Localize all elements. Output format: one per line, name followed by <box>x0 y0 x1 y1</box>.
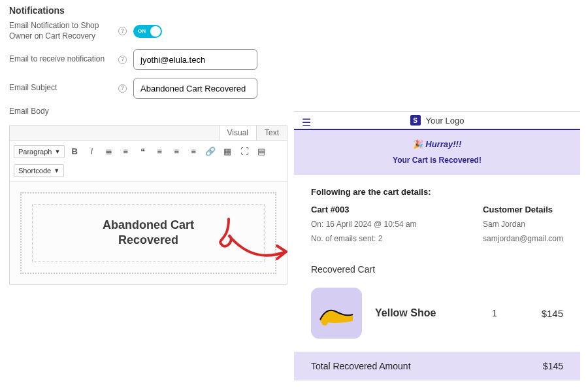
logo-icon: S <box>410 115 421 126</box>
section-title: Notifications <box>9 5 287 16</box>
subject-field-label: Email Subject ? <box>9 83 133 93</box>
link-icon[interactable]: 🔗 <box>203 144 218 159</box>
total-label: Total Recovered Amount <box>311 361 411 371</box>
arrow-icon <box>209 216 301 275</box>
total-value: $145 <box>543 361 563 371</box>
bullet-list-icon[interactable]: ≣ <box>101 144 116 159</box>
more-icon[interactable]: ▤ <box>254 144 269 159</box>
align-center-icon[interactable]: ≡ <box>169 144 184 159</box>
body-field-label: Email Body <box>9 107 133 117</box>
email-preview: ☰ S Your Logo 🎉 Hurray!!! Your Cart is R… <box>294 111 580 380</box>
recovered-cart-header: Recovered Cart <box>311 264 563 275</box>
email-field-label: Email to receive notification ? <box>9 54 133 65</box>
tab-text[interactable]: Text <box>256 126 287 140</box>
customer-name: Sam Jordan <box>483 220 563 229</box>
help-icon[interactable]: ? <box>118 56 127 64</box>
product-price: $145 <box>517 308 563 319</box>
product-qty: 1 <box>485 308 504 318</box>
following-text: Following are the cart details: <box>311 187 563 197</box>
order-date: On: 16 April 2024 @ 10:54 am <box>311 220 417 229</box>
bold-icon[interactable]: B <box>67 144 82 159</box>
svg-point-0 <box>321 319 328 326</box>
align-left-icon[interactable]: ≡ <box>152 144 167 159</box>
customer-email: samjordan@gmail.com <box>483 234 563 243</box>
cart-item-row: Yellow Shoe 1 $145 <box>294 281 580 352</box>
quote-icon[interactable]: ❝ <box>135 144 150 159</box>
cart-id: Cart #003 <box>311 205 417 214</box>
emails-sent: No. of emails sent: 2 <box>311 234 417 243</box>
email-input[interactable] <box>133 49 257 70</box>
hurray-text: Hurray!!! <box>425 139 461 149</box>
italic-icon[interactable]: I <box>84 144 99 159</box>
help-icon[interactable]: ? <box>118 27 127 35</box>
celebrate-icon: 🎉 <box>413 139 423 149</box>
numbered-list-icon[interactable]: ≡ <box>118 144 133 159</box>
shortcode-select[interactable]: Shortcode▼ <box>14 164 64 177</box>
customer-header: Customer Details <box>483 205 563 214</box>
product-name: Yellow Shoe <box>375 307 472 319</box>
align-right-icon[interactable]: ≡ <box>186 144 201 159</box>
fullscreen-icon[interactable]: ⛶ <box>237 144 252 159</box>
editor-toolbar: Paragraph▼ B I ≣ ≡ ❝ ≡ ≡ ≡ 🔗 ▦ ⛶ ▤ Short… <box>10 141 287 182</box>
recovered-message: Your Cart is Recovered! <box>294 156 580 165</box>
brand-label: Your Logo <box>426 116 465 126</box>
paragraph-select[interactable]: Paragraph▼ <box>14 145 65 158</box>
insert-icon[interactable]: ▦ <box>220 144 235 159</box>
subject-input[interactable] <box>133 78 257 99</box>
hamburger-icon[interactable]: ☰ <box>302 116 311 129</box>
help-icon[interactable]: ? <box>118 84 127 93</box>
product-image <box>311 288 362 339</box>
toggle-label: Email Notification to Shop Owner on Cart… <box>9 21 133 41</box>
tab-visual[interactable]: Visual <box>219 126 256 140</box>
toggle-email-owner[interactable]: ON <box>133 25 162 38</box>
